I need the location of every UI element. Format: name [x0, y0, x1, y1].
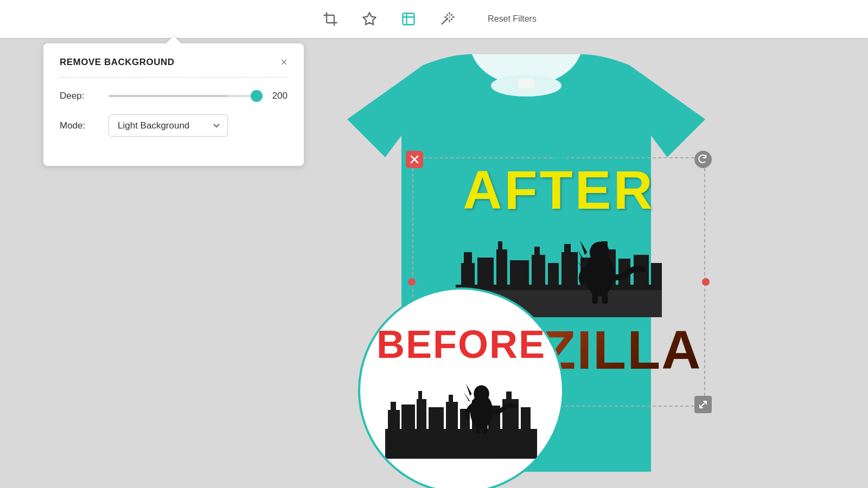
favorite-icon[interactable]	[360, 9, 379, 29]
after-label: AFTER	[463, 163, 654, 217]
svg-marker-0	[363, 12, 375, 24]
svg-rect-30	[602, 292, 608, 304]
mode-label: Mode:	[60, 120, 108, 131]
mode-row: Mode: Light Background Dark Background A…	[60, 114, 288, 137]
svg-rect-14	[548, 263, 559, 285]
svg-marker-26	[580, 240, 588, 255]
svg-rect-8	[477, 258, 494, 285]
remove-background-panel: REMOVE BACKGROUND × Deep: 200 Mode: Ligh…	[43, 43, 304, 166]
svg-rect-36	[418, 391, 422, 399]
crop-icon[interactable]	[321, 9, 340, 29]
svg-rect-9	[496, 249, 507, 285]
magic-icon[interactable]	[438, 9, 457, 29]
deep-label: Deep:	[60, 91, 108, 101]
svg-rect-38	[446, 402, 458, 429]
canvas-area: REMOVE BACKGROUND × Deep: 200 Mode: Ligh…	[0, 38, 868, 488]
deep-row: Deep: 200	[60, 91, 288, 101]
svg-rect-33	[391, 402, 396, 410]
panel-divider	[60, 77, 288, 78]
svg-rect-13	[534, 247, 540, 255]
svg-rect-53	[483, 425, 488, 434]
deep-slider-container: 200	[108, 91, 288, 101]
svg-rect-52	[476, 425, 480, 434]
svg-rect-7	[464, 252, 472, 263]
svg-rect-46	[521, 407, 531, 429]
svg-marker-49	[466, 384, 472, 396]
svg-rect-37	[429, 407, 444, 429]
svg-rect-39	[449, 395, 453, 402]
toolbar: Reset Filters	[0, 0, 868, 38]
panel-close-button[interactable]: ×	[280, 56, 288, 68]
deep-slider-value: 200	[266, 91, 288, 101]
before-label: BEFORE	[376, 322, 546, 367]
filter-icon[interactable]	[399, 9, 418, 29]
svg-rect-12	[532, 255, 545, 285]
tshirt-wrapper: AFTER	[315, 49, 738, 488]
svg-rect-16	[564, 244, 571, 252]
svg-rect-10	[498, 241, 502, 249]
panel-pointer	[166, 36, 181, 43]
svg-rect-32	[388, 410, 400, 429]
svg-point-25	[590, 242, 609, 264]
panel-header: REMOVE BACKGROUND ×	[60, 56, 288, 68]
reset-filters-button[interactable]: Reset Filters	[477, 10, 547, 28]
deep-slider-thumb[interactable]	[251, 90, 263, 102]
deep-slider-fill	[108, 95, 227, 97]
svg-rect-31	[385, 429, 537, 459]
before-circle: BEFORE	[358, 287, 564, 488]
panel-title: REMOVE BACKGROUND	[60, 57, 175, 68]
svg-rect-35	[417, 399, 426, 429]
svg-rect-34	[401, 404, 415, 429]
svg-rect-2	[519, 79, 534, 88]
deep-slider-track	[108, 95, 257, 97]
tshirt-container: AFTER	[217, 49, 835, 488]
svg-rect-29	[592, 292, 598, 304]
mode-select[interactable]: Light Background Dark Background Auto	[108, 114, 228, 137]
svg-rect-22	[651, 263, 662, 285]
svg-rect-6	[461, 263, 475, 285]
svg-point-48	[474, 386, 489, 403]
svg-marker-50	[464, 392, 470, 402]
svg-rect-45	[506, 391, 512, 399]
svg-rect-11	[510, 260, 529, 285]
before-cityscape	[385, 372, 537, 459]
svg-rect-15	[561, 252, 578, 285]
